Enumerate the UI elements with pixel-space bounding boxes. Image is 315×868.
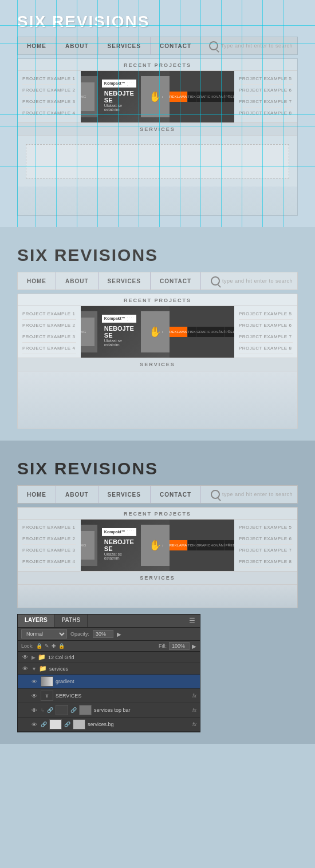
brush-icon[interactable]: ✎ — [45, 643, 49, 649]
nav-bar-3: HOME ABOUT SERVICES CONTACT type and hit… — [17, 485, 298, 504]
slider-subtitle-1: Ukázat se ostatním — [104, 104, 134, 112]
list-item: PROJECT EXAMPLE 1 — [22, 308, 76, 320]
slider-mock-2: ‹ IMG Kompakt™ · · · · · — [81, 306, 170, 358]
nav-contact-2[interactable]: CONTACT — [151, 272, 201, 290]
projects-left-2: PROJECT EXAMPLE 1 PROJECT EXAMPLE 2 PROJ… — [18, 306, 81, 358]
search-icon-3 — [211, 490, 220, 499]
opacity-input[interactable] — [93, 630, 113, 638]
slider-tab-2[interactable]: GRAFICHOVÁNÍ — [196, 92, 225, 102]
list-item: PROJECT EXAMPLE 1 — [22, 522, 76, 533]
lock2-icon[interactable]: 🔒 — [58, 643, 65, 649]
nav-services-2[interactable]: SERVICES — [99, 272, 151, 290]
layer-name-3: SERVICES — [56, 693, 190, 699]
eye-icon-4[interactable]: 👁 — [30, 707, 38, 714]
move-icon[interactable]: ✚ — [52, 643, 56, 649]
nav-home-1[interactable]: HOME — [18, 37, 56, 54]
site-title-3: SIX REVISIONS — [17, 452, 298, 485]
layer-row-services-bg[interactable]: 👁 🔗 🔗 services.bg fx — [18, 718, 200, 732]
slider-title-3: NEBOJTE SE — [104, 538, 134, 552]
list-item: PROJECT EXAMPLE 8 — [239, 108, 293, 119]
layer-thumb-dark — [56, 705, 68, 715]
slider-next-1[interactable]: › — [158, 92, 167, 101]
layer-row-gradient[interactable]: 👁 gradient — [18, 675, 200, 689]
nav-services-1[interactable]: SERVICES — [99, 37, 151, 54]
layers-menu-icon[interactable]: ☰ — [184, 615, 200, 627]
nav-about-2[interactable]: ABOUT — [56, 272, 99, 290]
slider-next-3[interactable]: › — [158, 541, 167, 550]
lock-icon[interactable]: 🔒 — [36, 643, 42, 649]
services-header-2: SERVICES — [18, 358, 297, 371]
slider-next-2[interactable]: › — [158, 327, 167, 336]
eye-icon-5[interactable]: 👁 — [30, 722, 38, 728]
layers-tab[interactable]: LAYERS — [18, 615, 55, 627]
layer-arrow-0[interactable]: ▶ — [32, 655, 36, 660]
fx-icon-4: fx — [192, 707, 196, 713]
content-box-1: RECENT PROJECTS PROJECT EXAMPLE 1 PROJEC… — [17, 58, 298, 216]
eye-icon-1[interactable]: 👁 — [21, 665, 29, 672]
search-area-3[interactable]: type and hit enter to search — [206, 490, 297, 499]
nav-services-3[interactable]: SERVICES — [99, 486, 151, 503]
slider-mock-3: ‹ IMG Kompakt™ · · · · · — [81, 520, 170, 571]
nav-home-3[interactable]: HOME — [18, 486, 56, 503]
slider-tab3-0[interactable]: REKLAMA — [170, 540, 188, 550]
list-item: PROJECT EXAMPLE 7 — [239, 545, 293, 556]
layer-row-services-text[interactable]: 👁 T SERVICES fx — [18, 689, 200, 703]
list-item: PROJECT EXAMPLE 4 — [22, 343, 76, 354]
slider-tab-3[interactable]: PŘEDMĚTY — [225, 92, 234, 102]
section-wireframe: SIX REVISIONS HOME ABOUT SERVICES CONTAC… — [0, 0, 315, 227]
slider-mock-1: ‹ IMG Kompakt™ · · · · · — [81, 71, 170, 122]
slider-title-2: NEBOJTE SE — [104, 325, 134, 339]
layers-panel-header: LAYERS PATHS ☰ — [18, 615, 200, 628]
slider-tabs-2: REKLAMA TISK GRAFICHOVÁNÍ PŘEDMĚTY — [170, 327, 234, 337]
list-item: PROJECT EXAMPLE 8 — [239, 556, 293, 568]
layer-thumb-dark2 — [79, 705, 92, 715]
search-icon-2 — [211, 276, 220, 286]
eye-icon-2[interactable]: 👁 — [30, 679, 38, 685]
layer-arrow-1[interactable]: ▼ — [32, 666, 37, 672]
slider-tab-0[interactable]: REKLAMA — [170, 92, 188, 102]
fill-input[interactable] — [169, 642, 190, 650]
kompakt-logo-1: Kompakt™ — [104, 81, 125, 85]
layer-row-12colgrid[interactable]: 👁 ▶ 📁 12 Col Grid — [18, 652, 200, 663]
chain-icon-4b: 🔗 — [70, 707, 77, 713]
nav-about-1[interactable]: ABOUT — [56, 37, 99, 54]
site-title-2: SIX REVISIONS — [17, 239, 298, 272]
nav-home-2[interactable]: HOME — [18, 272, 56, 290]
list-item: PROJECT EXAMPLE 2 — [22, 320, 76, 331]
kompakt-header-3: Kompakt™ · · · · · — [102, 528, 136, 536]
nav-contact-3[interactable]: CONTACT — [151, 486, 201, 503]
slider-tab-1[interactable]: TISK — [188, 92, 197, 102]
section-layers: SIX REVISIONS HOME ABOUT SERVICES CONTAC… — [0, 441, 315, 744]
blend-mode-select[interactable]: Normal — [21, 629, 67, 639]
layer-thumb-white — [49, 719, 62, 730]
layer-name-2: gradient — [56, 679, 196, 684]
slider-tab3-1[interactable]: TISK — [188, 540, 197, 550]
search-placeholder-2: type and hit enter to search — [222, 278, 293, 284]
slider-tab3-2[interactable]: GRAFICHOVÁNÍ — [196, 540, 225, 550]
slider-tab3-3[interactable]: PŘEDMĚTY — [225, 540, 234, 550]
slider-subtitle-2: Ukázat se ostatním — [104, 339, 134, 347]
eye-icon-0[interactable]: 👁 — [21, 654, 29, 660]
projects-right-1: PROJECT EXAMPLE 5 PROJECT EXAMPLE 6 PROJ… — [234, 71, 297, 122]
nav-contact-1[interactable]: CONTACT — [151, 37, 201, 54]
slider-tab2-0[interactable]: REKLAMA — [170, 327, 188, 337]
list-item: PROJECT EXAMPLE 2 — [22, 85, 76, 96]
search-area-1[interactable]: Type and hit enter to search — [204, 41, 297, 50]
eye-icon-3[interactable]: 👁 — [30, 693, 38, 699]
list-item: PROJECT EXAMPLE 6 — [239, 533, 293, 545]
list-item: PROJECT EXAMPLE 3 — [22, 96, 76, 108]
nav-about-3[interactable]: ABOUT — [56, 486, 99, 503]
site-title-1: SIX REVISIONS — [17, 6, 298, 37]
opacity-arrow[interactable]: ▶ — [117, 631, 121, 637]
list-item: PROJECT EXAMPLE 5 — [239, 522, 293, 533]
layer-row-services-topbar[interactable]: 👁 ↳ 🔗 🔗 services top bar fx — [18, 703, 200, 718]
services-header-1: SERVICES — [18, 122, 297, 136]
search-area-2[interactable]: type and hit enter to search — [206, 276, 297, 286]
slider-tab2-2[interactable]: GRAFICHOVÁNÍ — [196, 327, 225, 337]
layer-row-services-folder[interactable]: 👁 ▼ 📁 services — [18, 663, 200, 675]
paths-tab[interactable]: PATHS — [55, 615, 88, 627]
slider-tab2-1[interactable]: TISK — [188, 327, 197, 337]
slider-tab2-3[interactable]: PŘEDMĚTY — [225, 327, 234, 337]
slider-title-1: NEBOJTE SE — [104, 90, 134, 104]
fill-arrow[interactable]: ▶ — [192, 643, 196, 649]
